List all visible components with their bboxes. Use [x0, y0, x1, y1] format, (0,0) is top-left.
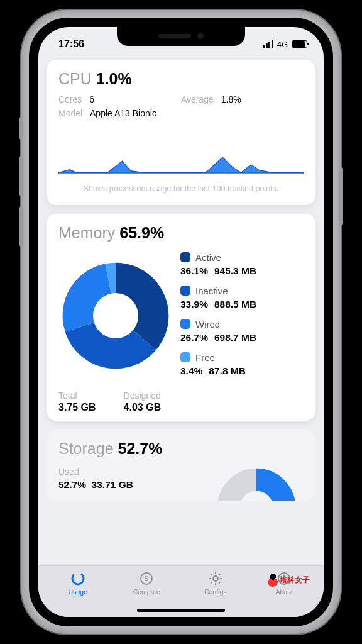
legend-free: Free 3.4%87.8 MB: [180, 352, 304, 377]
memory-legend: Active 36.1%945.3 MB Inactive 33.9%888.5…: [180, 251, 304, 380]
compare-icon: S: [139, 570, 154, 587]
memory-total-label: Total: [58, 391, 96, 401]
cpu-cores-label: Cores: [58, 94, 82, 104]
battery-icon: [292, 40, 307, 48]
storage-donut-chart: [209, 467, 304, 501]
mute-switch: [19, 117, 23, 140]
svg-line-16: [211, 574, 212, 575]
cpu-model-label: Model: [58, 108, 82, 118]
tab-usage[interactable]: Usage: [43, 570, 112, 617]
cpu-sparkline-chart: [58, 148, 304, 176]
cpu-percent: 1.0%: [96, 70, 132, 87]
storage-percent: 52.7%: [118, 440, 163, 457]
network-label: 4G: [277, 40, 288, 49]
status-time: 17:56: [58, 38, 84, 50]
usage-icon: [70, 570, 85, 587]
storage-card[interactable]: Storage 52.7% Used 52.7% 33.71 GB: [47, 430, 315, 501]
memory-card[interactable]: Memory 65.9%: [47, 214, 315, 421]
cpu-cores-value: 6: [89, 94, 94, 104]
cellular-signal-icon: [263, 40, 273, 48]
svg-line-19: [219, 574, 220, 575]
phone-frame: 17:56 4G CPU 1.0%: [21, 10, 341, 634]
cpu-avg-label: Average: [181, 94, 214, 104]
notch: [117, 27, 245, 46]
cpu-model-value: Apple A13 Bionic: [90, 108, 156, 118]
cpu-caption: Shows processors usage for the last 100 …: [58, 181, 304, 197]
svg-point-5: [94, 293, 138, 337]
volume-down-button: [19, 206, 23, 247]
memory-title: Memory 65.9%: [58, 224, 304, 242]
cpu-avg-value: 1.8%: [221, 94, 241, 104]
memory-designed-value: 4.03 GB: [124, 402, 162, 413]
cpu-title: CPU 1.0%: [58, 70, 304, 88]
svg-text:S: S: [145, 575, 149, 582]
watermark-icon: [267, 573, 278, 587]
power-button: [339, 167, 343, 225]
memory-donut-chart: [58, 251, 173, 380]
watermark: 塔科女子: [267, 573, 310, 587]
storage-title: Storage 52.7%: [58, 440, 304, 458]
svg-line-17: [219, 582, 220, 583]
storage-used-value: 52.7% 33.71 GB: [58, 479, 133, 491]
legend-active: Active 36.1%945.3 MB: [180, 252, 304, 277]
home-indicator[interactable]: [137, 609, 225, 612]
legend-wired: Wired 26.7%698.7 MB: [180, 319, 304, 343]
svg-point-11: [213, 576, 218, 581]
configs-icon: [208, 570, 223, 587]
legend-inactive: Inactive 33.9%888.5 MB: [180, 286, 304, 310]
memory-designed-label: Designed: [124, 391, 162, 401]
cpu-card[interactable]: CPU 1.0% Cores 6 Average 1.8% M: [47, 60, 315, 205]
memory-percent: 65.9%: [119, 224, 164, 242]
svg-point-8: [70, 571, 85, 586]
volume-up-button: [19, 156, 23, 196]
memory-total-value: 3.75 GB: [58, 402, 96, 413]
storage-used-label: Used: [58, 467, 133, 477]
svg-line-18: [211, 582, 212, 583]
